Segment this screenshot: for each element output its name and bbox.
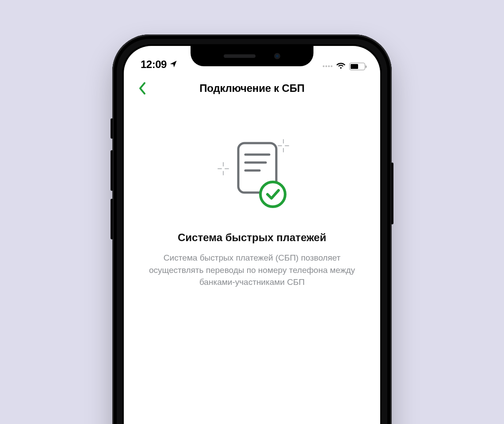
page-title: Подключение к СБП	[199, 82, 305, 95]
location-icon	[169, 58, 177, 71]
front-camera	[274, 53, 280, 59]
phone-frame: 12:09	[112, 34, 392, 424]
speaker	[224, 54, 256, 58]
side-button-volume-down	[111, 199, 113, 239]
content-description: Система быстрых платежей (СБП) позволяет…	[141, 252, 363, 288]
sparkle-icon	[278, 140, 289, 152]
battery-fill	[351, 64, 358, 69]
chevron-left-icon	[138, 81, 147, 95]
status-time: 12:09	[141, 58, 167, 71]
document-check-illustration	[141, 135, 363, 219]
back-button[interactable]	[133, 79, 152, 98]
wifi-icon	[336, 62, 346, 71]
screen: 12:09	[124, 46, 380, 424]
sparkle-icon	[218, 163, 229, 175]
status-right	[323, 62, 365, 71]
content-title: Система быстрых платежей	[141, 231, 363, 244]
cellular-icon	[323, 65, 332, 67]
notch	[191, 46, 313, 66]
side-button-power	[391, 163, 393, 224]
side-button-silent	[111, 118, 113, 139]
status-left: 12:09	[141, 58, 177, 71]
nav-header: Подключение к СБП	[124, 72, 380, 104]
battery-icon	[349, 63, 365, 70]
check-circle-icon	[260, 182, 285, 207]
side-button-volume-up	[111, 150, 113, 191]
content-area: Система быстрых платежей Система быстрых…	[124, 104, 380, 288]
